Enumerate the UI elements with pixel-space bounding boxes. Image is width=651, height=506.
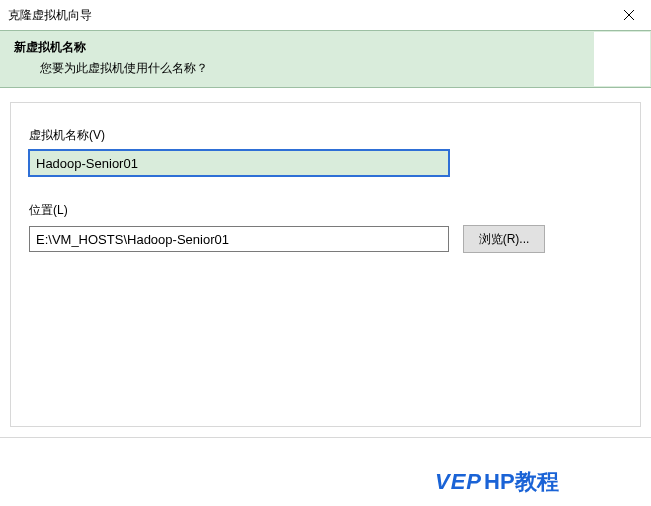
close-button[interactable]: [606, 0, 651, 30]
header-logo-placeholder: [594, 32, 650, 86]
header-subtitle: 您要为此虚拟机使用什么名称？: [14, 60, 637, 77]
header-title: 新虚拟机名称: [14, 39, 637, 56]
location-group: 位置(L) 浏览(R)...: [29, 202, 622, 253]
watermark-brand: VEP: [435, 469, 482, 495]
vm-name-label: 虚拟机名称(V): [29, 127, 622, 144]
vm-name-input[interactable]: [29, 150, 449, 176]
wizard-header: 新虚拟机名称 您要为此虚拟机使用什么名称？: [0, 30, 651, 88]
window-title: 克隆虚拟机向导: [8, 7, 92, 24]
location-label: 位置(L): [29, 202, 622, 219]
watermark: VEPHP教程: [427, 462, 647, 502]
title-bar: 克隆虚拟机向导: [0, 0, 651, 30]
close-icon: [624, 10, 634, 20]
content-area: 虚拟机名称(V) 位置(L) 浏览(R)...: [0, 88, 651, 438]
vm-name-group: 虚拟机名称(V): [29, 127, 622, 176]
location-input[interactable]: [29, 226, 449, 252]
browse-button[interactable]: 浏览(R)...: [463, 225, 545, 253]
watermark-suffix: HP教程: [484, 467, 559, 497]
form-panel: 虚拟机名称(V) 位置(L) 浏览(R)...: [10, 102, 641, 427]
